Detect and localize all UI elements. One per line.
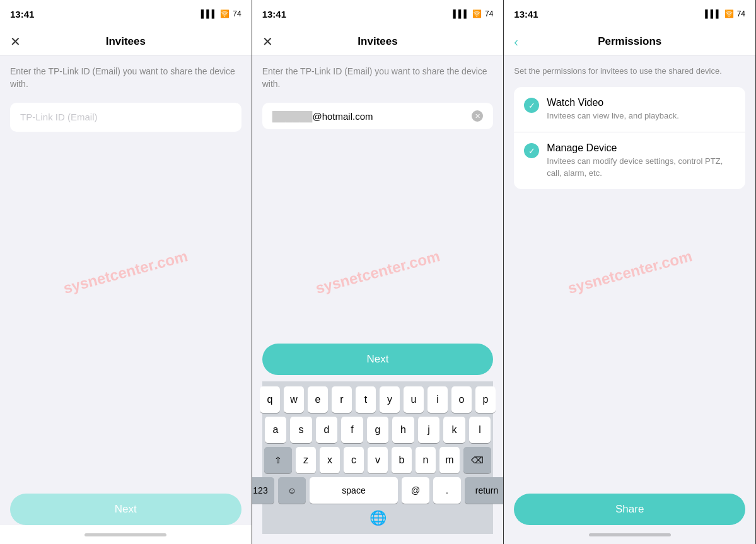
- perm-desc-watch-video: Invitees can view live, and playback.: [547, 110, 735, 122]
- key-c[interactable]: c: [344, 447, 364, 473]
- perm-item-manage-device[interactable]: ✓ Manage Device Invitees can modify devi…: [514, 132, 745, 188]
- perm-text-manage-device: Manage Device Invitees can modify device…: [547, 142, 735, 178]
- key-f[interactable]: f: [341, 417, 363, 443]
- battery-icon-3: 74: [737, 9, 745, 18]
- wifi-icon-2: 🛜: [472, 9, 482, 18]
- status-bar-1: 13:41 ▌▌▌ 🛜 74: [0, 0, 252, 28]
- status-icons-3: ▌▌▌ 🛜 74: [705, 9, 745, 18]
- screen-content-3: Set the permissions for invitees to use …: [504, 55, 755, 525]
- home-bar-3: [589, 533, 671, 536]
- panel3-body: Set the permissions for invitees to use …: [504, 55, 755, 525]
- key-z[interactable]: z: [296, 447, 316, 473]
- key-p[interactable]: p: [475, 386, 496, 413]
- email-input-empty[interactable]: TP-Link ID (Email): [10, 103, 241, 132]
- status-time-2: 13:41: [262, 9, 286, 20]
- key-x[interactable]: x: [320, 447, 340, 473]
- panel2-body: Enter the TP-Link ID (Email) you want to…: [252, 55, 504, 544]
- keyboard-row-2: a s d f g h j k l: [265, 417, 491, 443]
- key-w[interactable]: w: [284, 386, 304, 413]
- battery-icon-2: 74: [485, 9, 493, 18]
- key-y[interactable]: y: [380, 386, 400, 413]
- key-v[interactable]: v: [368, 447, 388, 473]
- key-j[interactable]: j: [418, 417, 440, 443]
- key-s[interactable]: s: [290, 417, 312, 443]
- perm-item-watch-video[interactable]: ✓ Watch Video Invitees can view live, an…: [514, 87, 745, 132]
- perm-title-watch-video: Watch Video: [547, 97, 735, 108]
- key-return[interactable]: return: [465, 477, 503, 504]
- key-i[interactable]: i: [427, 386, 448, 413]
- panel-permissions: 13:41 ▌▌▌ 🛜 74 ‹ Permissions Set the per…: [504, 0, 756, 544]
- panel-invitees-empty: 13:41 ▌▌▌ 🛜 74 ✕ Invitees Enter the TP-L…: [0, 0, 252, 544]
- home-indicator-3: [504, 525, 755, 544]
- key-e[interactable]: e: [308, 386, 328, 413]
- key-space[interactable]: space: [310, 477, 398, 504]
- signal-icon-3: ▌▌▌: [705, 9, 721, 18]
- email-value: ██████@hotmail.com: [272, 111, 373, 122]
- close-button-1[interactable]: ✕: [10, 35, 21, 48]
- wifi-icon-3: 🛜: [724, 9, 734, 18]
- description-1: Enter the TP-Link ID (Email) you want to…: [10, 66, 241, 90]
- panel-invitees-email: 13:41 ▌▌▌ 🛜 74 ✕ Invitees Enter the TP-L…: [252, 0, 504, 544]
- email-prefix: ██████: [272, 111, 313, 122]
- screen-content-2: Enter the TP-Link ID (Email) you want to…: [252, 55, 504, 544]
- key-r[interactable]: r: [332, 386, 352, 413]
- email-input-filled[interactable]: ██████@hotmail.com ✕: [262, 103, 494, 129]
- description-2: Enter the TP-Link ID (Email) you want to…: [262, 66, 494, 90]
- status-time-1: 13:41: [10, 9, 34, 20]
- key-g[interactable]: g: [367, 417, 389, 443]
- globe-button[interactable]: 🌐: [369, 510, 387, 526]
- permissions-card: ✓ Watch Video Invitees can view live, an…: [514, 87, 745, 189]
- keyboard: q w e r t y u i o p a s d f g h: [262, 381, 494, 534]
- key-123[interactable]: 123: [252, 477, 274, 504]
- spacer: [262, 139, 494, 344]
- signal-icon-2: ▌▌▌: [453, 9, 469, 18]
- key-at[interactable]: @: [402, 477, 429, 504]
- perm-check-watch-video: ✓: [524, 98, 539, 113]
- key-n[interactable]: n: [416, 447, 436, 473]
- back-button[interactable]: ‹: [514, 35, 518, 48]
- nav-title-3: Permissions: [598, 35, 661, 48]
- key-h[interactable]: h: [392, 417, 414, 443]
- battery-icon-1: 74: [233, 9, 241, 18]
- share-button[interactable]: Share: [514, 494, 745, 525]
- perm-check-manage-device: ✓: [524, 143, 539, 158]
- next-button-1[interactable]: Next: [10, 494, 241, 525]
- status-time-3: 13:41: [514, 9, 538, 20]
- status-bar-2: 13:41 ▌▌▌ 🛜 74: [252, 0, 504, 28]
- email-clear-button[interactable]: ✕: [472, 110, 483, 122]
- nav-title-2: Invitees: [358, 35, 397, 48]
- screen-content-1: Enter the TP-Link ID (Email) you want to…: [0, 55, 252, 525]
- next-button-2[interactable]: Next: [262, 344, 494, 375]
- signal-icon-1: ▌▌▌: [201, 9, 218, 18]
- home-bar-1: [84, 533, 166, 536]
- key-l[interactable]: l: [469, 417, 491, 443]
- keyboard-row-1: q w e r t y u i o p: [265, 386, 491, 413]
- key-t[interactable]: t: [356, 386, 376, 413]
- nav-bar-3: ‹ Permissions: [504, 28, 755, 55]
- key-emoji[interactable]: ☺: [278, 477, 306, 504]
- close-button-2[interactable]: ✕: [262, 35, 273, 48]
- key-k[interactable]: k: [443, 417, 465, 443]
- wifi-icon-1: 🛜: [220, 9, 230, 18]
- nav-bar-1: ✕ Invitees: [0, 28, 252, 55]
- keyboard-row-4: 123 ☺ space @ . return: [265, 477, 491, 504]
- key-q[interactable]: q: [260, 386, 280, 413]
- key-b[interactable]: b: [392, 447, 412, 473]
- key-shift[interactable]: ⇧: [264, 447, 292, 473]
- key-m[interactable]: m: [439, 447, 460, 473]
- key-u[interactable]: u: [404, 386, 424, 413]
- nav-bar-2: ✕ Invitees: [252, 28, 504, 55]
- status-icons-2: ▌▌▌ 🛜 74: [453, 9, 493, 18]
- key-a[interactable]: a: [265, 417, 287, 443]
- perm-title-manage-device: Manage Device: [547, 142, 735, 154]
- key-delete[interactable]: ⌫: [463, 447, 491, 473]
- key-d[interactable]: d: [316, 417, 338, 443]
- status-bar-3: 13:41 ▌▌▌ 🛜 74: [504, 0, 755, 28]
- key-dot[interactable]: .: [433, 477, 461, 504]
- panel1-body: Enter the TP-Link ID (Email) you want to…: [0, 55, 252, 142]
- key-o[interactable]: o: [451, 386, 472, 413]
- home-indicator-1: [0, 525, 252, 544]
- status-icons-1: ▌▌▌ 🛜 74: [201, 9, 241, 18]
- nav-title-1: Invitees: [106, 35, 146, 48]
- perm-description: Set the permissions for invitees to use …: [514, 66, 745, 77]
